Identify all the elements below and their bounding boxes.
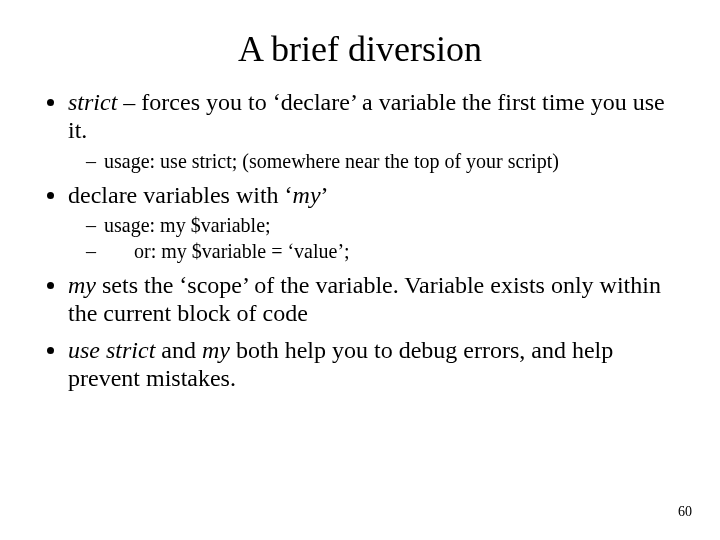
sub-my-usage: usage: my $variable; — [104, 213, 680, 237]
bullet-list: strict – forces you to ‘declare’ a varia… — [40, 88, 680, 392]
my-word-3: my — [202, 337, 230, 363]
slide-title: A brief diversion — [40, 28, 680, 70]
bullet-declare-my: declare variables with ‘my’ usage: my $v… — [68, 181, 680, 263]
strict-word: strict — [68, 89, 117, 115]
sublist-strict: usage: use strict; (somewhere near the t… — [68, 149, 680, 173]
page-number: 60 — [678, 504, 692, 520]
bullet-strict: strict – forces you to ‘declare’ a varia… — [68, 88, 680, 173]
bullet-my-scope: my sets the ‘scope’ of the variable. Var… — [68, 271, 680, 328]
bullet-strict-text: strict – forces you to ‘declare’ a varia… — [68, 89, 665, 143]
slide: A brief diversion strict – forces you to… — [0, 0, 720, 392]
sub-my-or: or: my $variable = ‘value’; — [104, 239, 680, 263]
declare-post: ’ — [321, 182, 329, 208]
sublist-my: usage: my $variable; or: my $variable = … — [68, 213, 680, 263]
declare-pre: declare variables with ‘ — [68, 182, 293, 208]
scope-rest: sets the ‘scope’ of the variable. Variab… — [68, 272, 661, 326]
strict-rest: – forces you to ‘declare’ a variable the… — [68, 89, 665, 143]
my-word-1: my — [293, 182, 321, 208]
bullet-debug-help: use strict and my both help you to debug… — [68, 336, 680, 393]
and-word: and — [155, 337, 202, 363]
use-strict-word: use strict — [68, 337, 155, 363]
sub-strict-usage: usage: use strict; (somewhere near the t… — [104, 149, 680, 173]
my-word-2: my — [68, 272, 96, 298]
